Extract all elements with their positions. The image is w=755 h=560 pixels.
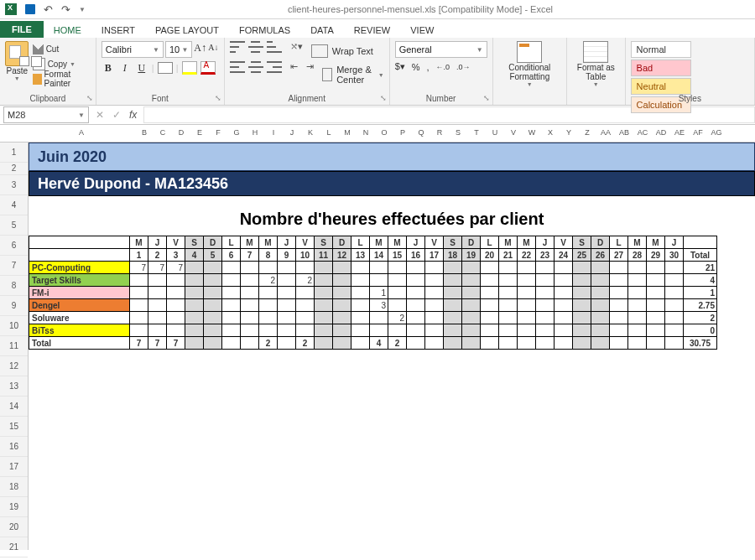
row-header[interactable]: 20 <box>0 517 28 537</box>
cell[interactable] <box>296 287 315 299</box>
cell[interactable] <box>388 299 407 312</box>
cell[interactable] <box>499 324 518 337</box>
cell[interactable] <box>333 274 351 287</box>
align-center-button[interactable] <box>248 61 263 73</box>
align-left-button[interactable] <box>230 61 245 73</box>
cell[interactable] <box>425 312 444 324</box>
cell[interactable] <box>499 337 518 350</box>
cell[interactable] <box>315 312 333 324</box>
row-header[interactable]: 5 <box>0 215 28 236</box>
cell[interactable]: 7 <box>130 262 148 274</box>
increase-indent-button[interactable]: ⇥ <box>306 61 314 85</box>
column-header[interactable]: AD <box>652 125 670 142</box>
row-header[interactable]: 18 <box>0 477 28 497</box>
row-header[interactable]: 4 <box>0 195 28 215</box>
cell[interactable] <box>462 324 481 337</box>
cell[interactable] <box>185 299 204 312</box>
cell[interactable] <box>610 287 628 299</box>
cell[interactable] <box>370 274 388 287</box>
fx-icon[interactable]: fx <box>129 109 137 121</box>
cell[interactable]: 7 <box>148 262 167 274</box>
cell[interactable]: V <box>425 236 444 249</box>
row-header[interactable]: 19 <box>0 497 28 517</box>
cell[interactable] <box>167 312 185 324</box>
number-launcher-icon[interactable]: ⤡ <box>483 94 490 102</box>
cell[interactable] <box>481 274 499 287</box>
cell[interactable]: FM-i <box>29 287 130 299</box>
cell[interactable] <box>444 337 462 350</box>
cancel-formula-icon[interactable]: ✕ <box>96 109 104 121</box>
cell[interactable] <box>591 262 610 274</box>
cell[interactable] <box>167 299 185 312</box>
cell[interactable] <box>278 337 296 350</box>
style-neutral[interactable]: Neutral <box>631 78 691 95</box>
cell[interactable] <box>148 299 167 312</box>
cell[interactable]: 4 <box>684 274 717 287</box>
cell[interactable] <box>481 312 499 324</box>
cell[interactable] <box>591 337 610 350</box>
cell[interactable]: 4 <box>370 337 388 350</box>
column-header[interactable]: T <box>467 125 486 142</box>
cell[interactable] <box>29 249 130 262</box>
cell[interactable] <box>296 312 315 324</box>
cell[interactable] <box>130 287 148 299</box>
cell[interactable] <box>610 337 628 350</box>
cell[interactable]: M <box>241 236 259 249</box>
cell[interactable] <box>536 324 555 337</box>
cell[interactable]: Soluware <box>29 312 130 324</box>
cell[interactable] <box>333 262 351 274</box>
cell[interactable] <box>684 236 717 249</box>
cut-button[interactable]: Cut <box>33 41 91 56</box>
paste-button[interactable]: Paste ▼ <box>5 41 29 86</box>
column-header[interactable]: C <box>154 125 172 142</box>
cell[interactable] <box>130 274 148 287</box>
cell[interactable] <box>536 312 555 324</box>
comma-format-button[interactable]: , <box>427 62 430 72</box>
cell[interactable]: 12 <box>333 249 351 262</box>
cell[interactable] <box>499 312 518 324</box>
cell[interactable] <box>278 324 296 337</box>
cell[interactable] <box>185 337 204 350</box>
cell[interactable] <box>425 337 444 350</box>
cell[interactable] <box>555 274 573 287</box>
cell[interactable]: M <box>518 236 536 249</box>
column-header[interactable]: AG <box>707 125 726 142</box>
align-bottom-button[interactable] <box>267 41 282 53</box>
align-right-button[interactable] <box>267 61 282 73</box>
cell[interactable] <box>628 312 647 324</box>
cell[interactable] <box>425 287 444 299</box>
cell[interactable] <box>518 299 536 312</box>
column-header[interactable]: E <box>190 125 209 142</box>
cell[interactable] <box>222 274 241 287</box>
cell[interactable] <box>185 312 204 324</box>
cell[interactable] <box>259 312 278 324</box>
cell[interactable] <box>665 324 684 337</box>
cell[interactable] <box>204 337 222 350</box>
decrease-decimal-button[interactable]: .0→ <box>456 63 471 71</box>
cell[interactable] <box>315 274 333 287</box>
cell[interactable]: 30 <box>665 249 684 262</box>
cell[interactable] <box>647 299 665 312</box>
cell[interactable] <box>462 287 481 299</box>
cell[interactable] <box>185 262 204 274</box>
tab-page-layout[interactable]: PAGE LAYOUT <box>145 23 229 38</box>
cell[interactable] <box>333 299 351 312</box>
cell[interactable] <box>185 274 204 287</box>
column-header[interactable]: M <box>338 125 357 142</box>
cell[interactable] <box>185 287 204 299</box>
cell[interactable] <box>665 274 684 287</box>
cell[interactable] <box>499 262 518 274</box>
cell[interactable] <box>647 287 665 299</box>
cell[interactable]: PC-Computing <box>29 262 130 274</box>
cell[interactable]: 2 <box>388 337 407 350</box>
cell[interactable] <box>499 299 518 312</box>
cell[interactable] <box>462 312 481 324</box>
cell[interactable]: 1 <box>684 287 717 299</box>
cell[interactable] <box>573 274 591 287</box>
cell[interactable] <box>278 262 296 274</box>
cell[interactable] <box>555 262 573 274</box>
cell[interactable] <box>647 274 665 287</box>
cell[interactable] <box>388 287 407 299</box>
cell[interactable] <box>315 337 333 350</box>
cell[interactable] <box>351 262 370 274</box>
